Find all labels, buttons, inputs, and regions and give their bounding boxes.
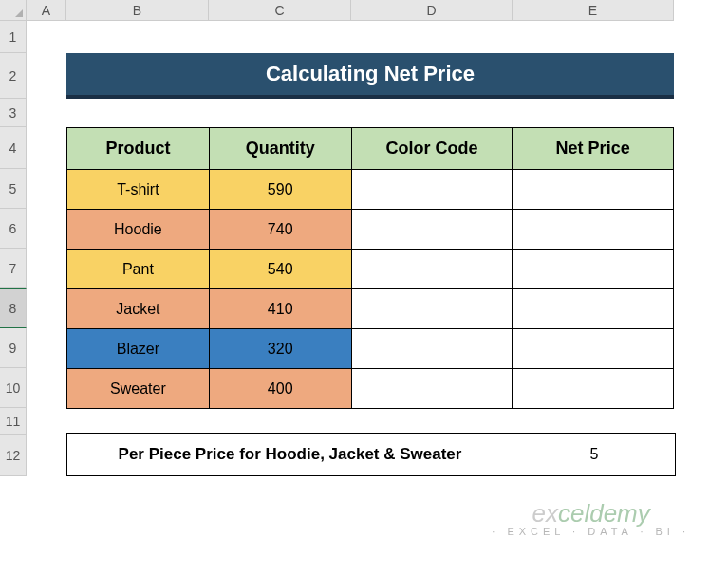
cell-net-price[interactable]: [513, 289, 674, 329]
row-header-5[interactable]: 5: [0, 169, 27, 209]
row-header-11[interactable]: 11: [0, 408, 27, 435]
col-header-e[interactable]: E: [513, 0, 674, 21]
cell-color-code[interactable]: [351, 369, 513, 409]
table-header-row: Product Quantity Color Code Net Price: [67, 128, 674, 170]
table-row: Hoodie 740: [67, 210, 674, 250]
table-row: Blazer 320: [67, 329, 674, 369]
spreadsheet-grid: A B C D E 1 2 3 4 5 6 7 8 9 10 11 12 Cal…: [0, 0, 728, 476]
header-quantity[interactable]: Quantity: [209, 128, 351, 170]
header-product[interactable]: Product: [67, 128, 210, 170]
cell-quantity[interactable]: 320: [209, 329, 351, 369]
row-header-column: 1 2 3 4 5 6 7 8 9 10 11 12: [0, 21, 27, 476]
cell-area[interactable]: Calculating Net Price Product Quantity C…: [27, 21, 728, 476]
table-row: T-shirt 590: [67, 170, 674, 210]
cell-net-price[interactable]: [513, 210, 674, 250]
column-header-row: A B C D E: [0, 0, 728, 21]
watermark-tagline: · EXCEL · DATA · BI ·: [492, 526, 690, 537]
cell-color-code[interactable]: [351, 289, 513, 329]
cell-product[interactable]: Jacket: [67, 289, 210, 329]
cell-quantity[interactable]: 740: [209, 210, 351, 250]
row-header-2[interactable]: 2: [0, 53, 27, 99]
table-row: Pant 540: [67, 250, 674, 289]
row-header-4[interactable]: 4: [0, 127, 27, 169]
cell-net-price[interactable]: [513, 250, 674, 289]
data-table: Product Quantity Color Code Net Price T-…: [66, 127, 674, 409]
summary-label[interactable]: Per Piece Price for Hoodie, Jacket & Swe…: [67, 434, 513, 475]
cell-net-price[interactable]: [513, 369, 674, 409]
cell-net-price[interactable]: [513, 170, 674, 210]
cell-product[interactable]: Blazer: [67, 329, 210, 369]
cell-product[interactable]: Sweater: [67, 369, 210, 409]
cell-quantity[interactable]: 590: [209, 170, 351, 210]
cell-color-code[interactable]: [351, 329, 513, 369]
select-all-corner[interactable]: [0, 0, 27, 21]
cell-net-price[interactable]: [513, 329, 674, 369]
table-row: Jacket 410: [67, 289, 674, 329]
row-header-1[interactable]: 1: [0, 21, 27, 53]
header-color-code[interactable]: Color Code: [351, 128, 513, 170]
watermark-logo: exceldemy: [492, 499, 690, 529]
col-header-c[interactable]: C: [209, 0, 351, 21]
summary-box: Per Piece Price for Hoodie, Jacket & Swe…: [66, 433, 676, 476]
summary-value[interactable]: 5: [513, 434, 675, 475]
cell-quantity[interactable]: 400: [209, 369, 351, 409]
row-header-3[interactable]: 3: [0, 99, 27, 127]
row-header-6[interactable]: 6: [0, 209, 27, 249]
row-header-10[interactable]: 10: [0, 368, 27, 408]
cell-color-code[interactable]: [351, 210, 513, 250]
col-header-a[interactable]: A: [27, 0, 66, 21]
watermark: exceldemy · EXCEL · DATA · BI ·: [492, 499, 690, 537]
row-header-12[interactable]: 12: [0, 435, 27, 476]
title-banner: Calculating Net Price: [66, 53, 674, 99]
row-header-8[interactable]: 8: [0, 288, 27, 328]
cell-color-code[interactable]: [351, 250, 513, 289]
table-row: Sweater 400: [67, 369, 674, 409]
header-net-price[interactable]: Net Price: [513, 128, 674, 170]
col-header-d[interactable]: D: [351, 0, 513, 21]
cell-product[interactable]: Pant: [67, 250, 210, 289]
cell-quantity[interactable]: 540: [209, 250, 351, 289]
cell-product[interactable]: Hoodie: [67, 210, 210, 250]
cell-quantity[interactable]: 410: [209, 289, 351, 329]
cell-color-code[interactable]: [351, 170, 513, 210]
row-header-7[interactable]: 7: [0, 249, 27, 288]
col-header-b[interactable]: B: [66, 0, 209, 21]
cell-product[interactable]: T-shirt: [67, 170, 210, 210]
row-header-9[interactable]: 9: [0, 328, 27, 368]
